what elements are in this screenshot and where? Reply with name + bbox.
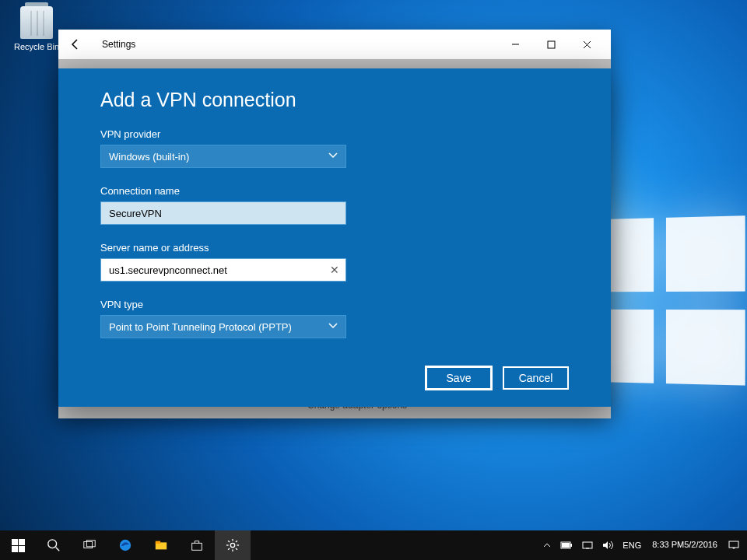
maximize-button[interactable] bbox=[533, 33, 569, 56]
svg-rect-26 bbox=[729, 541, 738, 548]
chevron-down-icon bbox=[328, 151, 338, 162]
system-tray: ENG 8:33 PM 5/2/2016 bbox=[538, 530, 747, 560]
taskbar-settings[interactable] bbox=[215, 530, 251, 560]
svg-line-20 bbox=[236, 541, 237, 542]
connection-name-input[interactable]: SecureVPN bbox=[100, 201, 346, 225]
search-button[interactable] bbox=[36, 530, 72, 560]
desktop: Recycle Bin Settings Change adapter opti… bbox=[0, 0, 747, 560]
vpn-type-value: Point to Point Tunneling Protocol (PPTP) bbox=[109, 321, 292, 333]
clear-input-icon[interactable]: ✕ bbox=[330, 264, 339, 276]
task-view-icon bbox=[82, 538, 96, 552]
back-button[interactable] bbox=[65, 33, 86, 55]
tray-language[interactable]: ENG bbox=[618, 530, 646, 560]
svg-line-17 bbox=[228, 541, 230, 542]
taskbar: ENG 8:33 PM 5/2/2016 bbox=[0, 530, 747, 560]
connection-name-label: Connection name bbox=[100, 185, 569, 197]
folder-icon bbox=[154, 538, 168, 552]
tray-volume-icon[interactable] bbox=[598, 530, 618, 560]
connection-name-value: SecureVPN bbox=[109, 208, 162, 219]
settings-title: Settings bbox=[102, 39, 135, 50]
close-button[interactable] bbox=[569, 33, 605, 56]
svg-rect-22 bbox=[570, 544, 572, 547]
taskbar-store[interactable] bbox=[179, 530, 215, 560]
cancel-button[interactable]: Cancel bbox=[503, 366, 569, 390]
vpn-provider-select[interactable]: Windows (built-in) bbox=[100, 145, 346, 168]
tray-network-icon[interactable] bbox=[577, 530, 598, 560]
server-address-label: Server name or address bbox=[100, 242, 569, 254]
vpn-provider-label: VPN provider bbox=[100, 128, 569, 140]
task-view-button[interactable] bbox=[72, 530, 107, 560]
svg-rect-1 bbox=[548, 41, 555, 48]
trash-icon bbox=[20, 6, 53, 39]
tray-action-center-icon[interactable] bbox=[724, 530, 744, 560]
tray-chevron-up-icon[interactable] bbox=[538, 530, 556, 560]
taskbar-edge[interactable] bbox=[107, 530, 143, 560]
taskbar-file-explorer[interactable] bbox=[143, 530, 179, 560]
store-icon bbox=[190, 538, 204, 552]
start-button[interactable] bbox=[0, 530, 36, 560]
svg-point-12 bbox=[230, 543, 234, 547]
svg-rect-24 bbox=[583, 542, 592, 548]
tray-clock[interactable]: 8:33 PM 5/2/2016 bbox=[646, 530, 724, 560]
dialog-title: Add a VPN connection bbox=[100, 89, 569, 111]
chevron-down-icon bbox=[328, 321, 338, 332]
svg-line-5 bbox=[56, 548, 60, 551]
svg-rect-10 bbox=[156, 541, 160, 544]
search-icon bbox=[47, 538, 61, 552]
vpn-provider-value: Windows (built-in) bbox=[109, 151, 189, 163]
tray-time: 8:33 PM bbox=[652, 540, 684, 550]
windows-icon bbox=[12, 539, 25, 552]
recycle-bin-icon[interactable]: Recycle Bin bbox=[9, 6, 64, 51]
svg-point-4 bbox=[48, 540, 57, 548]
svg-rect-23 bbox=[562, 543, 570, 548]
svg-line-19 bbox=[228, 548, 230, 550]
svg-line-18 bbox=[236, 548, 237, 550]
add-vpn-dialog: Add a VPN connection VPN provider Window… bbox=[58, 68, 611, 407]
recycle-bin-label: Recycle Bin bbox=[14, 42, 59, 51]
svg-rect-6 bbox=[84, 542, 93, 548]
svg-rect-11 bbox=[192, 543, 202, 550]
vpn-type-select[interactable]: Point to Point Tunneling Protocol (PPTP) bbox=[100, 315, 346, 338]
server-address-input[interactable]: us1.securevpnconnect.net ✕ bbox=[100, 258, 346, 282]
tray-battery-icon[interactable] bbox=[556, 530, 577, 560]
save-button[interactable]: Save bbox=[426, 366, 492, 390]
minimize-button[interactable] bbox=[497, 33, 533, 56]
vpn-type-label: VPN type bbox=[100, 299, 569, 310]
server-address-value: us1.securevpnconnect.net bbox=[109, 264, 227, 276]
gear-icon bbox=[226, 538, 240, 552]
tray-date: 5/2/2016 bbox=[684, 540, 717, 550]
svg-point-8 bbox=[120, 540, 131, 551]
edge-icon bbox=[118, 538, 132, 552]
svg-rect-7 bbox=[86, 541, 95, 547]
settings-titlebar: Settings bbox=[58, 30, 611, 59]
